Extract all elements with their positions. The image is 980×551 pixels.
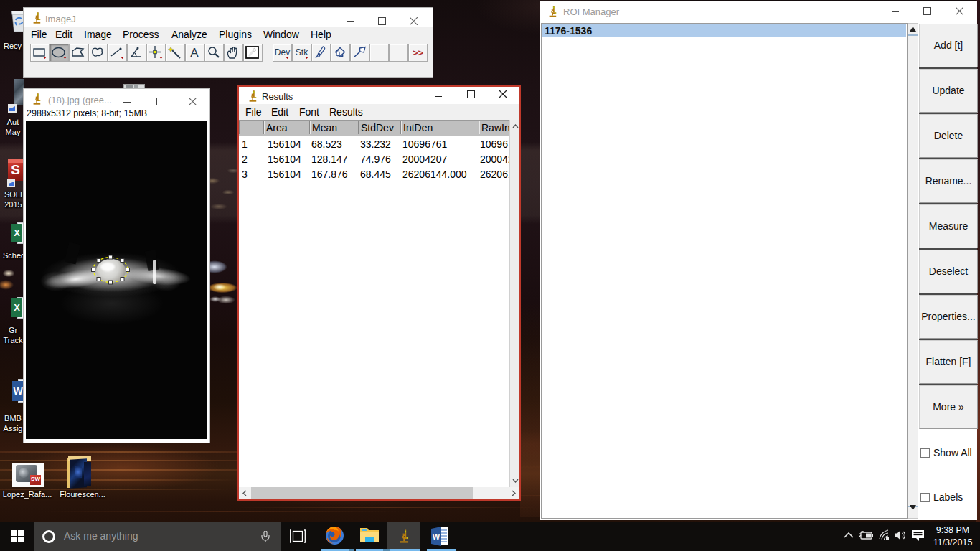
svg-text:W: W (433, 532, 440, 541)
svg-text:A: A (190, 46, 199, 60)
